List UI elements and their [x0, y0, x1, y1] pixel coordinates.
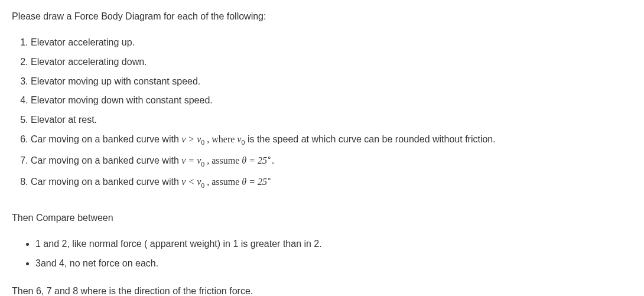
- list-item: Car moving on a banked curve with v < v0…: [31, 173, 632, 192]
- list-item: Car moving on a banked curve with v = v0…: [31, 152, 632, 171]
- math-expr: v < v: [181, 177, 201, 187]
- item-text: Car moving on a banked curve with: [31, 177, 181, 187]
- list-item: Elevator moving down with constant speed…: [31, 92, 632, 109]
- math-expr: v > v: [181, 134, 201, 144]
- compare-heading: Then Compare between: [12, 211, 632, 225]
- item-text: , where: [204, 134, 237, 144]
- degree-symbol: ∘: [267, 175, 272, 183]
- degree-symbol: ∘: [267, 154, 272, 162]
- list-item: Car moving on a banked curve with v > v0…: [31, 131, 632, 149]
- final-text: Then 6, 7 and 8 where is the direction o…: [12, 284, 632, 296]
- item-text: , assume: [204, 177, 242, 187]
- item-text: , assume: [204, 155, 242, 165]
- math-expr: v = v: [181, 155, 201, 165]
- list-item: Elevator accelerating up.: [31, 34, 632, 51]
- list-item: Elevator at rest.: [31, 112, 632, 129]
- item-text: .: [272, 155, 274, 165]
- list-item: Elevator accelerating down.: [31, 54, 632, 71]
- intro-text: Please draw a Force Body Diagram for eac…: [12, 9, 632, 24]
- item-text: Car moving on a banked curve with: [31, 155, 181, 165]
- math-expr: θ = 25: [242, 155, 267, 165]
- compare-list: 1 and 2, like normal force ( apparent we…: [12, 236, 632, 272]
- math-expr: θ = 25: [242, 177, 267, 187]
- problem-list: Elevator accelerating up. Elevator accel…: [12, 34, 632, 192]
- list-item: 1 and 2, like normal force ( apparent we…: [35, 236, 632, 253]
- list-item: 3and 4, no net force on each.: [35, 255, 632, 272]
- item-text: Car moving on a banked curve with: [31, 134, 181, 144]
- item-text: is the speed at which curve can be round…: [245, 134, 495, 144]
- list-item: Elevator moving up with constant speed.: [31, 73, 632, 90]
